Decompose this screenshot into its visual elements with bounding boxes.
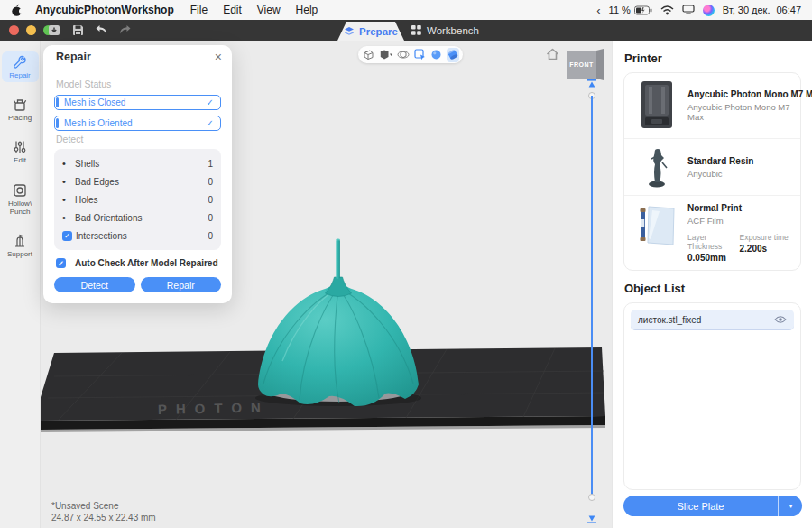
- menubar-collapse-chevron-icon[interactable]: ‹: [596, 4, 600, 17]
- home-view-button[interactable]: [546, 48, 559, 60]
- close-icon[interactable]: ×: [215, 51, 222, 63]
- object-list-title: Object List: [624, 282, 812, 295]
- prepare-layers-icon: [344, 26, 355, 37]
- open-file-button[interactable]: [47, 23, 61, 37]
- layer-thickness-param: Layer Thickness 0.050mm: [687, 233, 740, 263]
- bullet-icon: •: [62, 194, 75, 205]
- battery-percent-label: 11 %: [609, 5, 631, 15]
- close-window-button[interactable]: [9, 25, 19, 35]
- sidebar-item-placing[interactable]: Placing: [2, 94, 39, 125]
- bullet-icon: •: [62, 158, 75, 169]
- viewport-toolbar: [358, 46, 463, 63]
- resin-thumbnail: [633, 146, 680, 188]
- repair-button[interactable]: Repair: [141, 277, 222, 292]
- tab-workbench[interactable]: Workbench: [411, 20, 479, 41]
- siri-icon[interactable]: [703, 5, 715, 16]
- sidebar-item-label: Repair: [9, 71, 31, 79]
- clip-to-top-icon[interactable]: [586, 79, 597, 89]
- menu-view[interactable]: View: [257, 4, 281, 16]
- slice-plate-button[interactable]: Slice Plate ▼: [623, 496, 802, 516]
- model-status-label: Model Status: [56, 79, 221, 89]
- menubar-app-name[interactable]: AnycubicPhotonWorkshop: [35, 4, 174, 16]
- printer-row[interactable]: Anycubic Photon Mono M7 Max Anycubic Pho…: [624, 73, 800, 138]
- repair-dialog-title: Repair: [56, 51, 91, 63]
- printer-name: Anycubic Photon Mono M7 Max: [687, 89, 791, 99]
- status-mesh-oriented: Mesh is Oriented ✓: [54, 116, 221, 131]
- view-cube-side-face[interactable]: [596, 49, 604, 80]
- tab-prepare[interactable]: Prepare: [337, 22, 404, 41]
- sidebar-item-label: Edit: [14, 156, 26, 164]
- shading-mode-button[interactable]: [379, 48, 392, 62]
- status-mesh-closed: Mesh is Closed ✓: [54, 95, 221, 110]
- auto-check-label: Auto Check After Model Repaired: [75, 258, 218, 268]
- sidebar-item-hollow-punch[interactable]: Hollow\ Punch: [2, 180, 39, 218]
- wifi-icon[interactable]: [660, 5, 674, 15]
- sidebar-item-label: Placing: [8, 114, 32, 122]
- rect-select-button[interactable]: [414, 48, 426, 62]
- bullet-icon: •: [62, 176, 75, 187]
- redo-button[interactable]: [117, 23, 132, 37]
- detect-row-bad-orientations: • Bad Orientations 0: [62, 208, 213, 227]
- status-label: Mesh is Oriented: [64, 118, 207, 128]
- status-label: Mesh is Closed: [64, 97, 207, 107]
- sidebar-item-repair[interactable]: Repair: [2, 51, 39, 82]
- model-lampshade[interactable]: [255, 239, 421, 407]
- menubar-date: Вт, 30 дек.: [723, 5, 770, 15]
- detect-row-holes: • Holes 0: [62, 190, 213, 208]
- sidebar-item-label: Support: [7, 250, 32, 258]
- check-icon: ✓: [207, 118, 214, 128]
- object-list-item[interactable]: листок.stl_fixed: [631, 310, 794, 330]
- minimize-window-button[interactable]: [26, 25, 36, 35]
- scene-status: *Unsaved Scene 24.87 x 24.55 x 22.43 mm: [51, 501, 156, 523]
- status-accent-bar: [56, 97, 59, 107]
- detect-results-box: • Shells 1 • Bad Edges 0 • Holes 0 • Bad…: [54, 149, 221, 250]
- menubar-time: 06:47: [776, 5, 801, 15]
- menubar-clock[interactable]: Вт, 30 дек. 06:47: [723, 5, 801, 15]
- app-window: AnycubicPhotonWorkshop File Edit View He…: [0, 0, 812, 528]
- view-cube[interactable]: FRONT: [567, 49, 604, 80]
- clip-to-bottom-icon[interactable]: [586, 514, 597, 524]
- save-button[interactable]: [70, 23, 85, 37]
- resin-row[interactable]: Standard Resin Anycubic: [624, 138, 800, 195]
- object-list: листок.stl_fixed: [623, 302, 801, 490]
- hollow-punch-icon: [13, 183, 27, 198]
- detect-row-shells: • Shells 1: [62, 154, 213, 172]
- sphere-view-button[interactable]: [430, 48, 442, 62]
- printer-section-title: Printer: [624, 51, 812, 65]
- object-name: листок.stl_fixed: [638, 315, 774, 325]
- sidebar-item-support[interactable]: Support: [2, 230, 39, 261]
- sidebar-item-edit[interactable]: Edit: [2, 136, 39, 167]
- bullet-icon: •: [62, 212, 75, 223]
- check-icon: ✓: [207, 97, 214, 107]
- menu-file[interactable]: File: [190, 4, 208, 16]
- orbit-view-button[interactable]: [397, 48, 410, 62]
- perspective-view-button[interactable]: [363, 48, 374, 62]
- intersections-checkbox[interactable]: ✓: [62, 231, 72, 241]
- slice-options-dropdown[interactable]: ▼: [778, 496, 802, 516]
- print-mode-row[interactable]: Normal Print ACF Film Layer Thickness 0.…: [624, 195, 800, 270]
- detect-section-label: Detect: [56, 134, 221, 144]
- placing-box-icon: [13, 97, 27, 112]
- menu-help[interactable]: Help: [296, 4, 318, 16]
- slider-track[interactable]: [591, 96, 593, 496]
- tab-prepare-label: Prepare: [359, 26, 398, 37]
- wrench-icon: [13, 55, 27, 69]
- app-titlebar: Prepare Workbench: [0, 20, 812, 41]
- display-switch-icon[interactable]: [682, 5, 695, 15]
- tools-sidebar: Repair Placing Edit Hollow\ Punc: [0, 41, 41, 528]
- detect-row-bad-edges: • Bad Edges 0: [62, 172, 213, 190]
- visibility-eye-icon[interactable]: [774, 315, 787, 324]
- repair-dialog: Repair × Model Status Mesh is Closed ✓ M…: [43, 45, 232, 303]
- slider-bottom-handle[interactable]: [588, 494, 595, 501]
- menu-edit[interactable]: Edit: [223, 4, 242, 16]
- scene-dimensions-label: 24.87 x 24.55 x 22.43 mm: [51, 513, 156, 524]
- undo-button[interactable]: [94, 23, 108, 37]
- layer-clip-slider[interactable]: [584, 79, 600, 528]
- slice-preview-button[interactable]: [447, 48, 459, 62]
- workbench-grid-icon: [411, 25, 421, 35]
- detect-button[interactable]: Detect: [54, 277, 135, 292]
- view-cube-front-face[interactable]: FRONT: [567, 51, 596, 79]
- auto-check-checkbox[interactable]: ✓: [56, 258, 66, 268]
- apple-logo-icon[interactable]: [11, 4, 23, 17]
- auto-check-row: ✓ Auto Check After Model Repaired: [56, 258, 221, 268]
